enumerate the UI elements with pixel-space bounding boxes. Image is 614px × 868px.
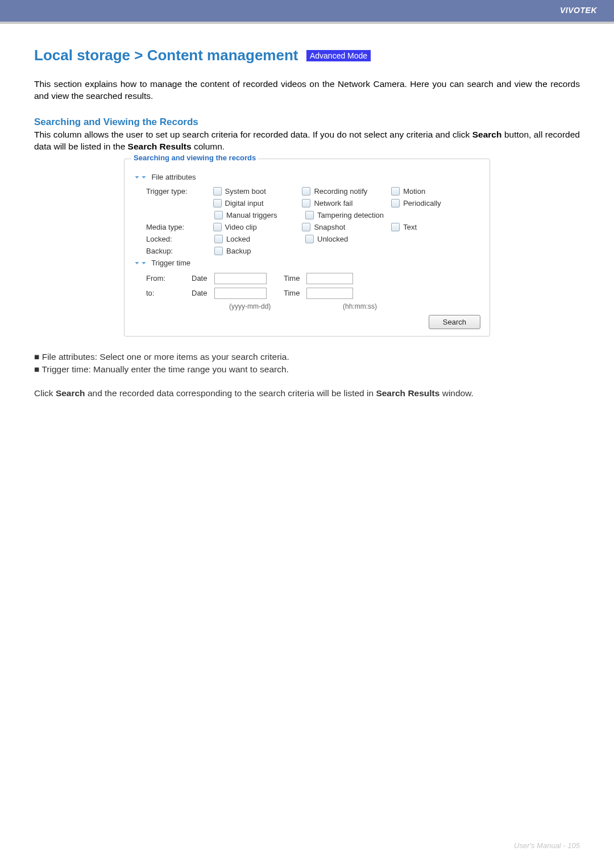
time-hint: (hh:mm:ss) bbox=[320, 302, 377, 310]
cb-label: Network fail bbox=[314, 199, 352, 207]
trigger-type-row-1: Trigger type: System boot Recording noti… bbox=[134, 187, 480, 196]
checkbox-tampering-detection[interactable]: Tampering detection bbox=[305, 211, 419, 219]
checkbox-icon bbox=[214, 247, 223, 255]
checkbox-icon bbox=[213, 223, 222, 231]
intro-text: This section explains how to manage the … bbox=[34, 78, 580, 102]
bullet-text: File attributes: Select one or more item… bbox=[42, 352, 289, 362]
checkbox-backup[interactable]: Backup bbox=[214, 247, 305, 255]
to-date-input[interactable] bbox=[214, 288, 267, 299]
bullet-trigger-time: ■ Trigger time: Manually enter the time … bbox=[34, 363, 580, 376]
closing-search-word: Search bbox=[56, 388, 85, 398]
bullet-file-attributes: ■ File attributes: Select one or more it… bbox=[34, 351, 580, 363]
checkbox-text[interactable]: Text bbox=[391, 223, 480, 231]
checkbox-icon bbox=[302, 223, 310, 231]
date-hint: (yyyy-mm-dd) bbox=[134, 302, 320, 310]
checkbox-manual-triggers[interactable]: Manual triggers bbox=[214, 211, 305, 219]
searching-description: This column allows the user to set up se… bbox=[34, 129, 580, 153]
bullet-text: Trigger time: Manually enter the time ra… bbox=[42, 364, 289, 374]
checkbox-icon bbox=[305, 211, 314, 219]
title-line: Local storage > Content management Advan… bbox=[34, 47, 580, 64]
panel-legend: Searching and viewing the records bbox=[131, 153, 258, 162]
desc-search-word: Search bbox=[472, 130, 502, 139]
closing-results-word: Search Results bbox=[376, 388, 439, 398]
checkbox-unlocked[interactable]: Unlocked bbox=[305, 235, 396, 243]
to-label: to: bbox=[134, 289, 192, 297]
chevron-down-icon: ▼▼ bbox=[134, 260, 147, 265]
trigger-time-header[interactable]: ▼▼ Trigger time bbox=[134, 259, 480, 267]
trigger-time-label: Trigger time bbox=[151, 259, 190, 267]
checkbox-icon bbox=[214, 235, 223, 243]
bullet-list: ■ File attributes: Select one or more it… bbox=[34, 351, 580, 376]
closing-mid: and the recorded data corresponding to t… bbox=[85, 388, 376, 398]
checkbox-icon bbox=[214, 211, 223, 219]
from-time-input[interactable] bbox=[306, 273, 353, 284]
cb-label: Recording notify bbox=[314, 187, 367, 196]
time-word: Time bbox=[284, 289, 306, 297]
backup-label: Backup: bbox=[134, 247, 214, 255]
trigger-type-label: Trigger type: bbox=[134, 187, 213, 196]
cb-label: Locked bbox=[226, 235, 250, 243]
checkbox-video-clip[interactable]: Video clip bbox=[213, 223, 302, 231]
checkbox-periodically[interactable]: Periodically bbox=[391, 199, 480, 207]
closing-text: Click Search and the recorded data corre… bbox=[34, 388, 580, 400]
search-button[interactable]: Search bbox=[429, 315, 480, 329]
mode-badge: Advanced Mode bbox=[306, 50, 371, 61]
date-word: Date bbox=[192, 274, 214, 283]
from-date-input[interactable] bbox=[214, 273, 267, 284]
brand-label: VIVOTEK bbox=[560, 6, 597, 15]
checkbox-icon bbox=[305, 235, 314, 243]
to-time-input[interactable] bbox=[306, 288, 353, 299]
checkbox-digital-input[interactable]: Digital input bbox=[213, 199, 302, 207]
checkbox-icon bbox=[391, 187, 400, 196]
desc-post: column. bbox=[192, 142, 225, 151]
checkbox-icon bbox=[213, 187, 222, 196]
cb-label: Text bbox=[403, 223, 417, 231]
chevron-down-icon: ▼▼ bbox=[134, 175, 147, 179]
media-type-label: Media type: bbox=[134, 223, 213, 231]
checkbox-snapshot[interactable]: Snapshot bbox=[302, 223, 391, 231]
format-hints: (yyyy-mm-dd) (hh:mm:ss) bbox=[134, 302, 480, 310]
closing-pre: Click bbox=[34, 388, 56, 398]
file-attributes-label: File attributes bbox=[151, 173, 196, 181]
cb-label: Tampering detection bbox=[317, 211, 384, 219]
cb-label: Video clip bbox=[225, 223, 257, 231]
cb-label: System boot bbox=[225, 187, 266, 196]
date-word: Date bbox=[192, 289, 214, 297]
checkbox-icon bbox=[391, 199, 400, 207]
time-word: Time bbox=[284, 274, 306, 283]
cb-label: Unlocked bbox=[317, 235, 348, 243]
cb-label: Snapshot bbox=[314, 223, 345, 231]
closing-post: window. bbox=[439, 388, 473, 398]
checkbox-icon bbox=[302, 187, 310, 196]
file-attributes-header[interactable]: ▼▼ File attributes bbox=[134, 173, 480, 181]
media-type-row: Media type: Video clip Snapshot Text bbox=[134, 223, 480, 231]
desc-results-word: Search Results bbox=[128, 142, 192, 151]
checkbox-motion[interactable]: Motion bbox=[391, 187, 480, 196]
desc-pre: This column allows the user to set up se… bbox=[34, 130, 472, 139]
to-row: to: Date Time bbox=[134, 288, 480, 299]
checkbox-locked[interactable]: Locked bbox=[214, 235, 305, 243]
from-row: From: Date Time bbox=[134, 273, 480, 284]
trigger-type-row-2: Digital input Network fail Periodically bbox=[134, 199, 480, 207]
page-title: Local storage > Content management bbox=[34, 47, 298, 64]
checkbox-system-boot[interactable]: System boot bbox=[213, 187, 302, 196]
content-area: Local storage > Content management Advan… bbox=[0, 24, 614, 780]
locked-row: Locked: Locked Unlocked bbox=[134, 235, 480, 243]
checkbox-icon bbox=[213, 199, 222, 207]
cb-label: Manual triggers bbox=[226, 211, 277, 219]
from-label: From: bbox=[134, 274, 192, 283]
button-row: Search bbox=[134, 315, 480, 329]
cb-label: Motion bbox=[403, 187, 425, 196]
search-panel: Searching and viewing the records ▼▼ Fil… bbox=[124, 159, 490, 337]
cb-label: Periodically bbox=[403, 199, 441, 207]
checkbox-recording-notify[interactable]: Recording notify bbox=[302, 187, 391, 196]
cb-label: Digital input bbox=[225, 199, 264, 207]
checkbox-icon bbox=[302, 199, 310, 207]
checkbox-icon bbox=[391, 223, 400, 231]
header-bar: VIVOTEK bbox=[0, 0, 614, 22]
locked-label: Locked: bbox=[134, 235, 214, 243]
checkbox-network-fail[interactable]: Network fail bbox=[302, 199, 391, 207]
trigger-type-row-3: Manual triggers Tampering detection bbox=[134, 211, 480, 219]
backup-row: Backup: Backup bbox=[134, 247, 480, 255]
searching-heading: Searching and Viewing the Records bbox=[34, 117, 580, 128]
